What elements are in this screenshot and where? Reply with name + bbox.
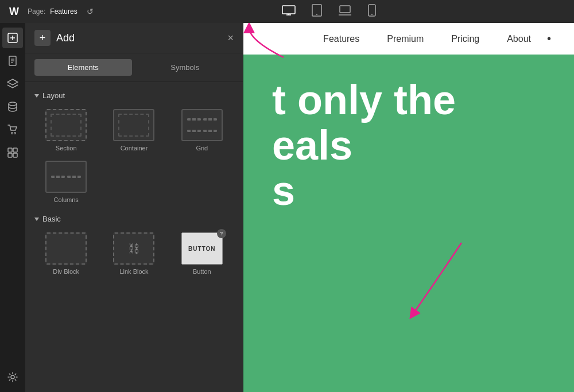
- grid-cell-3: [187, 130, 201, 132]
- button-element-icon: BUTTON: [181, 232, 223, 265]
- panel-content: Layout Section Container: [25, 82, 243, 392]
- add-panel-icon[interactable]: [2, 28, 23, 48]
- container-element[interactable]: Container: [102, 107, 165, 154]
- link-block-element[interactable]: ⛓ Link Block: [102, 230, 165, 277]
- top-bar: W Page: Features ↺: [0, 0, 574, 23]
- svg-rect-18: [8, 148, 12, 152]
- link-chain-icon: ⛓: [128, 242, 139, 255]
- section-element-icon: [45, 109, 87, 141]
- ecommerce-icon[interactable]: [2, 119, 23, 140]
- svg-point-7: [371, 14, 373, 15]
- link-block-element-icon: ⛓: [113, 232, 154, 265]
- grid-cell-4: [203, 130, 217, 132]
- section-element-label: Section: [56, 145, 77, 152]
- nav-item-premium[interactable]: Premium: [375, 28, 435, 50]
- layout-section-title: Layout: [42, 91, 65, 100]
- container-element-icon: [113, 109, 154, 141]
- columns-element-label: Columns: [53, 196, 78, 203]
- basic-section-title: Basic: [42, 215, 61, 223]
- page-label: Page:: [28, 7, 45, 15]
- link-block-element-label: Link Block: [119, 268, 148, 275]
- svg-rect-20: [8, 153, 12, 157]
- layers-icon[interactable]: [2, 73, 23, 94]
- top-bar-left: W Page: Features ↺: [9, 6, 94, 18]
- layout-elements-grid: Section Container Grid: [34, 107, 234, 205]
- tab-symbols[interactable]: Symbols: [137, 59, 234, 76]
- add-panel-title: Add: [56, 32, 75, 44]
- svg-point-4: [316, 14, 317, 15]
- nav-item-features[interactable]: Features: [312, 28, 371, 50]
- button-real-label: BUTTON: [188, 246, 215, 252]
- hero-text-line3: s: [272, 168, 545, 214]
- hero-text-line2: eals: [272, 123, 545, 168]
- close-panel-button[interactable]: ×: [227, 32, 234, 44]
- canvas-area: Features Premium Pricing About • t only …: [243, 23, 574, 392]
- site-nav: Features Premium Pricing About •: [243, 23, 574, 55]
- desktop-device-icon[interactable]: [280, 3, 298, 20]
- tablet-device-icon[interactable]: [309, 2, 324, 21]
- basic-elements-grid: Div Block ⛓ Link Block BUTTON ?: [34, 230, 234, 277]
- container-element-label: Container: [121, 145, 148, 152]
- basic-section-header: Basic: [34, 215, 234, 223]
- add-panel-header: + Add ×: [25, 23, 243, 53]
- nav-item-about[interactable]: About: [495, 28, 542, 50]
- cms-icon[interactable]: [2, 96, 23, 117]
- columns-element-icon: [45, 161, 87, 193]
- top-bar-center: [280, 2, 378, 21]
- col-cell-1: [51, 176, 65, 178]
- mobile-device-icon[interactable]: [366, 2, 378, 21]
- layout-collapse-icon[interactable]: [34, 94, 39, 98]
- col-cell-2: [67, 176, 81, 178]
- svg-point-22: [11, 375, 14, 379]
- nav-dot: •: [547, 32, 551, 45]
- add-element-button[interactable]: +: [34, 30, 51, 46]
- svg-point-16: [11, 133, 13, 134]
- page-name: Features: [50, 7, 77, 15]
- add-panel: + Add × Elements Symbols Layout Section: [25, 23, 243, 392]
- assets-icon[interactable]: [2, 142, 23, 163]
- grid-element-icon: [181, 109, 223, 141]
- tab-elements[interactable]: Elements: [34, 59, 132, 76]
- columns-element[interactable]: Columns: [34, 158, 98, 205]
- svg-rect-5: [340, 6, 350, 13]
- div-block-element-label: Div Block: [53, 268, 79, 275]
- svg-point-17: [14, 133, 16, 134]
- panel-tabs: Elements Symbols: [25, 53, 243, 82]
- pages-icon[interactable]: [2, 51, 23, 71]
- question-badge: ?: [217, 229, 226, 238]
- grid-cell-1: [187, 118, 201, 121]
- main-layout: + Add × Elements Symbols Layout Section: [0, 23, 574, 392]
- basic-collapse-icon[interactable]: [34, 218, 39, 221]
- sidebar-icons: [0, 23, 25, 392]
- svg-rect-21: [13, 153, 17, 157]
- svg-rect-0: [282, 6, 295, 14]
- grid-element[interactable]: Grid: [170, 107, 234, 154]
- grid-element-label: Grid: [196, 145, 208, 152]
- history-icon[interactable]: ↺: [87, 7, 94, 16]
- nav-item-pricing[interactable]: Pricing: [440, 28, 491, 50]
- hero-text-line1: t only the: [272, 77, 545, 123]
- svg-point-15: [9, 102, 17, 106]
- div-block-element[interactable]: Div Block: [34, 230, 98, 277]
- section-element[interactable]: Section: [34, 107, 98, 154]
- webflow-logo: W: [9, 6, 18, 18]
- settings-icon[interactable]: [2, 367, 23, 387]
- laptop-device-icon[interactable]: [336, 3, 354, 20]
- hero-area: t only the eals s: [243, 55, 574, 392]
- layout-section-header: Layout: [34, 91, 234, 100]
- button-element[interactable]: BUTTON ? Button: [170, 230, 234, 277]
- grid-cell-2: [203, 118, 217, 121]
- svg-rect-19: [13, 148, 17, 152]
- button-element-label: Button: [193, 268, 211, 275]
- div-block-element-icon: [45, 232, 87, 265]
